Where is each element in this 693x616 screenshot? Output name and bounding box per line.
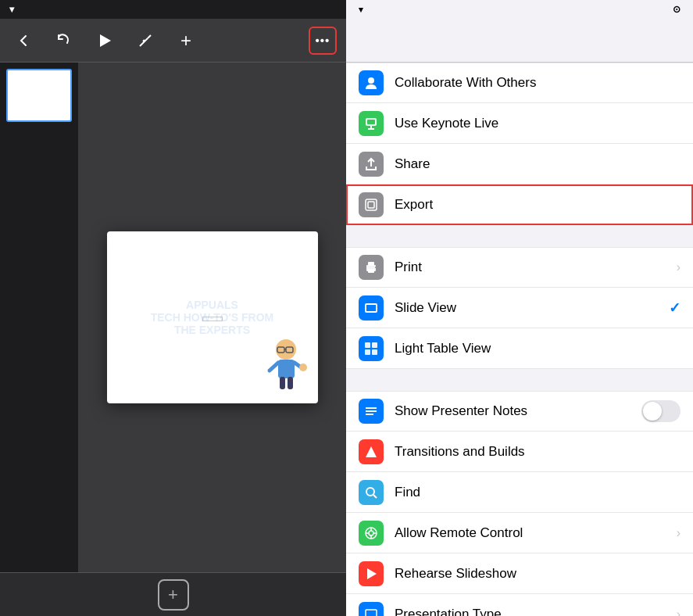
svg-marker-34 (366, 446, 377, 457)
svg-rect-29 (365, 349, 370, 355)
menu-item-remote-control[interactable]: Allow Remote Control› (346, 513, 693, 553)
right-panel: ▾ ⊙ Collaborate With OthersUse Keynote L… (346, 0, 693, 616)
add-button[interactable]: + (172, 27, 200, 55)
slide-panel: APPUALSTECH HOW-TO'S FROMTHE EXPERTS (0, 63, 346, 572)
svg-point-14 (368, 77, 374, 84)
right-wifi-icon: ▾ (359, 5, 363, 15)
presentation-type-icon (359, 602, 384, 617)
left-status-bar: ▾ (0, 0, 346, 19)
slide-thumbnail-1[interactable] (6, 69, 72, 122)
presentation-type-label: Presentation Type (395, 607, 666, 617)
print-icon (359, 255, 384, 280)
svg-rect-30 (372, 349, 377, 355)
menu-item-slide-view[interactable]: Slide View✓ (346, 288, 693, 328)
svg-rect-26 (366, 304, 377, 312)
menu-item-transitions[interactable]: Transitions and Builds (346, 432, 693, 472)
menu-item-presenter-notes[interactable]: Show Presenter Notes (346, 391, 693, 432)
svg-line-3 (143, 40, 145, 41)
svg-rect-23 (368, 262, 374, 266)
menu-item-export[interactable]: Export (346, 184, 693, 225)
right-status-bar: ▾ ⊙ (346, 0, 693, 19)
svg-point-11 (299, 364, 307, 371)
menu-item-print[interactable]: Print› (346, 247, 693, 288)
svg-rect-12 (280, 377, 285, 389)
slide-view-check: ✓ (669, 299, 680, 317)
svg-rect-16 (367, 120, 375, 124)
find-icon (359, 480, 384, 505)
right-battery: ⊙ (673, 4, 684, 15)
left-bottom-bar: + (0, 572, 346, 616)
magic-button[interactable] (131, 27, 159, 55)
more-button[interactable]: ••• (309, 27, 337, 55)
svg-rect-27 (365, 342, 370, 348)
left-toolbar: + ••• (0, 19, 346, 63)
menu-item-light-table[interactable]: Light Table View (346, 328, 693, 369)
play-button[interactable] (91, 27, 119, 55)
print-chevron: › (677, 260, 680, 274)
menu-item-keynote-live[interactable]: Use Keynote Live (346, 103, 693, 144)
svg-line-1 (140, 38, 148, 46)
svg-rect-44 (366, 610, 377, 617)
remote-control-icon (359, 521, 384, 546)
svg-rect-25 (375, 267, 377, 268)
slide-view-label: Slide View (395, 300, 658, 316)
keynote-live-icon (359, 111, 384, 136)
rehearse-label: Rehearse Slideshow (395, 566, 680, 582)
menu-item-rehearse[interactable]: Rehearse Slideshow (346, 553, 693, 594)
svg-rect-28 (372, 342, 377, 348)
right-battery-icon: ⊙ (673, 4, 680, 15)
undo-button[interactable] (50, 27, 78, 55)
menu-list: Collaborate With OthersUse Keynote LiveS… (346, 63, 693, 616)
svg-line-36 (373, 495, 377, 498)
svg-rect-21 (368, 202, 374, 208)
rehearse-icon (359, 561, 384, 586)
presenter-notes-icon (359, 399, 384, 424)
slide-canvas[interactable]: APPUALSTECH HOW-TO'S FROMTHE EXPERTS (107, 231, 318, 403)
slide-main-area: APPUALSTECH HOW-TO'S FROMTHE EXPERTS (78, 63, 346, 572)
collaborate-label: Collaborate With Others (395, 75, 680, 91)
share-icon (359, 152, 384, 177)
find-label: Find (395, 485, 680, 500)
svg-line-2 (148, 35, 151, 38)
export-icon (359, 192, 384, 217)
presenter-notes-toggle[interactable] (641, 400, 680, 422)
print-label: Print (395, 260, 666, 275)
svg-rect-20 (366, 199, 377, 210)
svg-point-38 (369, 531, 373, 535)
export-label: Export (395, 197, 680, 213)
remote-control-label: Allow Remote Control (395, 525, 666, 541)
svg-marker-0 (100, 34, 111, 47)
svg-marker-43 (367, 568, 377, 579)
transitions-icon (359, 439, 384, 464)
menu-item-find[interactable]: Find (346, 472, 693, 513)
keynote-live-label: Use Keynote Live (395, 116, 680, 131)
left-panel: ▾ + ••• (0, 0, 346, 616)
slide-character (263, 333, 310, 396)
right-header (346, 19, 693, 63)
presentation-type-chevron: › (677, 607, 680, 617)
svg-rect-13 (288, 377, 293, 389)
share-label: Share (395, 156, 680, 172)
menu-item-share[interactable]: Share (346, 144, 693, 184)
svg-point-35 (366, 488, 374, 496)
slide-canvas-subtitle (202, 317, 223, 321)
light-table-label: Light Table View (395, 341, 680, 356)
svg-rect-24 (368, 269, 374, 273)
remote-control-chevron: › (677, 526, 680, 540)
menu-item-presentation-type[interactable]: Presentation Type› (346, 594, 693, 616)
svg-line-9 (270, 363, 278, 371)
right-carrier: ▾ (355, 5, 363, 15)
back-button[interactable] (9, 27, 38, 55)
collaborate-icon (359, 70, 384, 95)
slide-thumbnails (0, 63, 78, 572)
light-table-icon (359, 336, 384, 361)
slide-view-icon (359, 295, 384, 321)
menu-item-collaborate[interactable]: Collaborate With Others (346, 63, 693, 103)
left-wifi-icon: ▾ (9, 4, 14, 15)
transitions-label: Transitions and Builds (395, 444, 680, 460)
presenter-notes-label: Show Presenter Notes (395, 403, 630, 419)
left-status-left: ▾ (6, 4, 14, 15)
svg-rect-8 (278, 360, 295, 378)
add-slide-button[interactable]: + (158, 579, 189, 611)
